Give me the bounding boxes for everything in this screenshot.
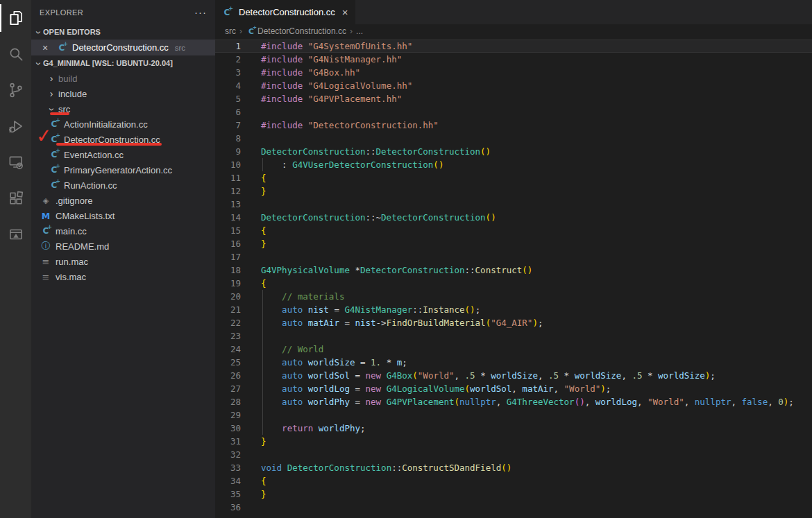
tree-item-label: RunAction.cc xyxy=(64,180,117,191)
line-number: 3 xyxy=(215,66,252,79)
chevron-down-icon: › xyxy=(33,28,44,37)
breadcrumb-more[interactable]: ... xyxy=(356,26,363,36)
line-content: auto worldPhy = new G4PVPlacement(nullpt… xyxy=(252,395,812,408)
chevron-down-icon: › xyxy=(33,59,44,69)
code-line-32[interactable]: 32 xyxy=(215,448,812,461)
code-line-9[interactable]: 9DetectorConstruction::DetectorConstruct… xyxy=(215,145,812,158)
code-line-26[interactable]: 26 auto worldSol = new G4Box("World", .5… xyxy=(215,369,812,382)
code-line-25[interactable]: 25 auto worldSize = 1. * m; xyxy=(215,356,812,369)
code-line-19[interactable]: 19{ xyxy=(215,277,812,290)
tab-detectorconstruction[interactable]: C+ DetectorConstruction.cc × xyxy=(215,0,355,24)
line-number: 26 xyxy=(215,369,252,382)
line-number: 16 xyxy=(215,237,252,250)
line-number: 7 xyxy=(215,119,252,132)
code-line-18[interactable]: 18G4VPhysicalVolume *DetectorConstructio… xyxy=(215,264,812,277)
open-editors-section-header[interactable]: › OPEN EDITORS xyxy=(31,24,215,40)
line-content: { xyxy=(252,277,812,290)
line-content: return worldPhy; xyxy=(252,422,812,435)
code-line-13[interactable]: 13 xyxy=(215,198,812,211)
explorer-icon[interactable] xyxy=(0,0,31,36)
code-line-2[interactable]: 2#include "G4NistManager.hh" xyxy=(215,53,812,66)
code-line-7[interactable]: 7#include "DetectorConstruction.hh" xyxy=(215,119,812,132)
close-icon[interactable]: × xyxy=(42,42,52,53)
open-editor-item[interactable]: × C+ DetectorConstruction.cc src xyxy=(31,40,215,55)
file-item-run-mac[interactable]: ≡run.mac xyxy=(31,254,215,269)
line-number: 4 xyxy=(215,79,252,92)
line-content: G4VPhysicalVolume *DetectorConstruction:… xyxy=(252,264,812,277)
folder-item-build[interactable]: ›build xyxy=(31,71,215,86)
code-line-21[interactable]: 21 auto nist = G4NistManager::Instance()… xyxy=(215,303,812,316)
tree-item-label: PrimaryGeneratorAction.cc xyxy=(64,165,172,175)
file-item-main-cc[interactable]: C+main.cc xyxy=(31,223,215,239)
code-line-34[interactable]: 34{ xyxy=(215,474,812,487)
code-line-22[interactable]: 22 auto matAir = nist->FindOrBuildMateri… xyxy=(215,316,812,329)
file-item-runaction-cc[interactable]: C+RunAction.cc xyxy=(31,178,215,193)
code-line-10[interactable]: 10 : G4VUserDetectorConstruction() xyxy=(215,158,812,171)
code-line-35[interactable]: 35} xyxy=(215,487,812,501)
code-line-29[interactable]: 29 xyxy=(215,408,812,422)
tab-label: DetectorConstruction.cc xyxy=(239,7,335,17)
file-item-readme-md[interactable]: ⓘREADME.md xyxy=(31,239,215,254)
file-item-vis-mac[interactable]: ≡vis.mac xyxy=(31,269,215,284)
code-line-6[interactable]: 6 xyxy=(215,105,812,119)
code-line-31[interactable]: 31} xyxy=(215,435,812,448)
file-item-primarygeneratoraction-cc[interactable]: C+PrimaryGeneratorAction.cc xyxy=(31,162,215,178)
code-line-4[interactable]: 4#include "G4LogicalVolume.hh" xyxy=(215,79,812,92)
tree-item-label: CMakeLists.txt xyxy=(56,211,115,221)
sidebar-title: EXPLORER xyxy=(40,8,194,17)
code-line-27[interactable]: 27 auto worldLog = new G4LogicalVolume(w… xyxy=(215,382,812,395)
code-line-30[interactable]: 30 return worldPhy; xyxy=(215,422,812,435)
chevron-right-icon: › xyxy=(46,88,56,99)
remote-explorer-icon[interactable] xyxy=(0,144,31,180)
chevron-right-icon: › xyxy=(239,26,242,36)
code-line-33[interactable]: 33void DetectorConstruction::ConstructSD… xyxy=(215,461,812,474)
code-line-28[interactable]: 28 auto worldPhy = new G4PVPlacement(nul… xyxy=(215,395,812,408)
breadcrumb: src › C+ DetectorConstruction.cc › ... xyxy=(215,24,812,38)
search-icon[interactable] xyxy=(0,36,31,72)
code-line-14[interactable]: 14DetectorConstruction::~DetectorConstru… xyxy=(215,211,812,224)
line-content: { xyxy=(252,224,812,237)
line-number: 17 xyxy=(215,250,252,264)
tree-item-label: README.md xyxy=(56,241,109,252)
code-line-16[interactable]: 16} xyxy=(215,237,812,250)
code-line-15[interactable]: 15{ xyxy=(215,224,812,237)
extensions-icon[interactable] xyxy=(0,180,31,216)
code-line-1[interactable]: 1#include "G4SystemOfUnits.hh" xyxy=(215,40,812,53)
file-item-eventaction-cc[interactable]: C+EventAction.cc xyxy=(31,147,215,162)
code-line-17[interactable]: 17 xyxy=(215,250,812,264)
file-item-cmakelists-txt[interactable]: MCMakeLists.txt xyxy=(31,208,215,223)
line-number: 2 xyxy=(215,53,252,66)
line-number: 10 xyxy=(215,158,252,171)
more-actions-icon[interactable]: ··· xyxy=(194,6,207,18)
line-content: #include "G4NistManager.hh" xyxy=(252,53,812,66)
code-line-12[interactable]: 12} xyxy=(215,184,812,198)
line-number: 34 xyxy=(215,474,252,487)
line-number: 22 xyxy=(215,316,252,329)
code-line-23[interactable]: 23 xyxy=(215,329,812,343)
preview-panel-icon[interactable] xyxy=(0,216,31,252)
file-item-actioninitialization-cc[interactable]: C+ActionInitialization.cc xyxy=(31,116,215,132)
code-line-8[interactable]: 8 xyxy=(215,132,812,145)
close-icon[interactable]: × xyxy=(342,6,348,18)
code-line-11[interactable]: 11{ xyxy=(215,171,812,184)
code-line-20[interactable]: 20 // materials xyxy=(215,290,812,303)
code-line-5[interactable]: 5#include "G4PVPlacement.hh" xyxy=(215,92,812,105)
code-line-36[interactable]: 36 xyxy=(215,501,812,514)
run-debug-icon[interactable] xyxy=(0,108,31,144)
breadcrumb-file[interactable]: DetectorConstruction.cc xyxy=(257,26,346,36)
breadcrumb-folder[interactable]: src xyxy=(225,26,236,36)
tree-item-label: EventAction.cc xyxy=(64,150,124,160)
tree-item-label: .gitignore xyxy=(56,196,92,206)
workspace-section-header[interactable]: › G4_MINIMAL [WSL: UBUNTU-20.04] xyxy=(31,55,215,71)
line-number: 18 xyxy=(215,264,252,277)
folder-item-include[interactable]: ›include xyxy=(31,86,215,101)
cpp-file-icon: C+ xyxy=(49,180,60,191)
code-editor[interactable]: 1#include "G4SystemOfUnits.hh"2#include … xyxy=(215,38,812,518)
line-content: void DetectorConstruction::ConstructSDan… xyxy=(252,461,812,474)
line-content: DetectorConstruction::~DetectorConstruct… xyxy=(252,211,812,224)
source-control-icon[interactable] xyxy=(0,72,31,108)
file-item--gitignore[interactable]: ◈.gitignore xyxy=(31,193,215,208)
red-check-annotation: ✓ xyxy=(35,126,53,146)
code-line-24[interactable]: 24 // World xyxy=(215,343,812,356)
code-line-3[interactable]: 3#include "G4Box.hh" xyxy=(215,66,812,79)
